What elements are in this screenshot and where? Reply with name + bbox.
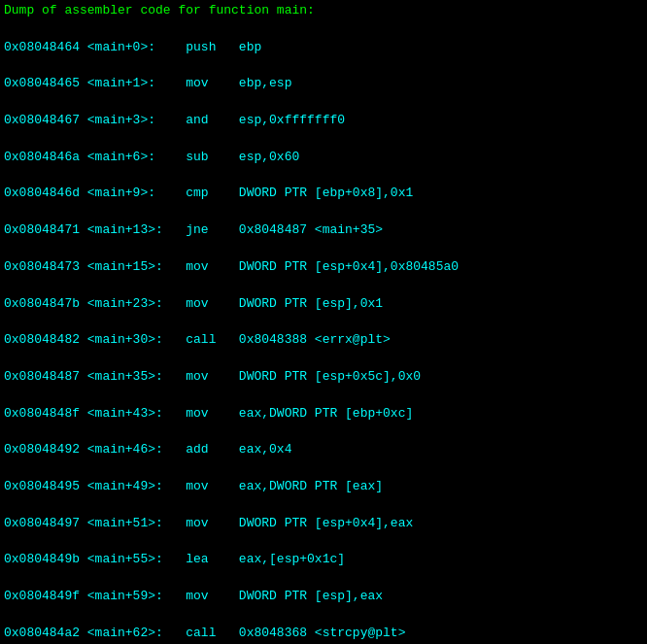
terminal-line-9: 0x08048482 <main+30>: call 0x8048388 <er… [4, 331, 643, 350]
terminal-line-15: 0x0804849b <main+55>: lea eax,[esp+0x1c] [4, 551, 643, 569]
terminal-line-3: 0x08048467 <main+3>: and esp,0xfffffff0 [4, 112, 643, 130]
terminal-line-5: 0x0804846d <main+9>: cmp DWORD PTR [ebp+… [4, 185, 643, 203]
terminal-line-1: 0x08048464 <main+0>: push ebp [4, 39, 643, 57]
terminal-line-6: 0x08048471 <main+13>: jne 0x8048487 <mai… [4, 221, 643, 240]
terminal-line-7: 0x08048473 <main+15>: mov DWORD PTR [esp… [4, 258, 643, 277]
terminal-line-16: 0x0804849f <main+59>: mov DWORD PTR [esp… [4, 588, 643, 606]
terminal-line-14: 0x08048497 <main+51>: mov DWORD PTR [esp… [4, 515, 643, 533]
terminal-line-10: 0x08048487 <main+35>: mov DWORD PTR [esp… [4, 368, 643, 387]
terminal: Dump of assembler code for function main… [0, 0, 647, 644]
terminal-line-8: 0x0804847b <main+23>: mov DWORD PTR [esp… [4, 295, 643, 314]
terminal-line-2: 0x08048465 <main+1>: mov ebp,esp [4, 75, 643, 93]
terminal-line-11: 0x0804848f <main+43>: mov eax,DWORD PTR … [4, 405, 643, 424]
terminal-line-17: 0x080484a2 <main+62>: call 0x8048368 <st… [4, 625, 643, 643]
terminal-line-4: 0x0804846a <main+6>: sub esp,0x60 [4, 149, 643, 167]
terminal-line-0: Dump of assembler code for function main… [4, 2, 643, 20]
terminal-line-12: 0x08048492 <main+46>: add eax,0x4 [4, 441, 643, 459]
terminal-line-13: 0x08048495 <main+49>: mov eax,DWORD PTR … [4, 478, 643, 496]
